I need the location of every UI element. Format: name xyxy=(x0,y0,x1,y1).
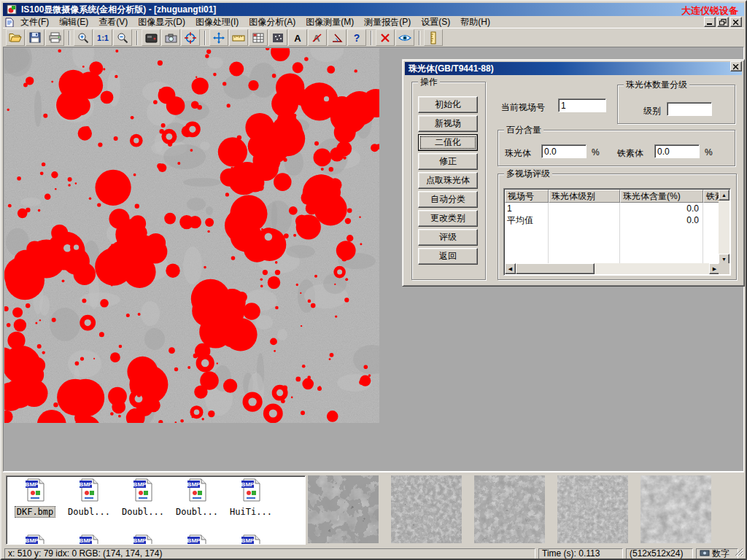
file-item[interactable]: BMPHuiTi... xyxy=(224,478,278,518)
bmp-file-icon[interactable]: BMP xyxy=(241,534,261,545)
image-thumbnail[interactable] xyxy=(640,475,711,543)
workspace: 珠光体(GB/T9441-88) 操作 初始化新视场二值化修正点取珠光体自动分类… xyxy=(3,47,744,472)
bmp-file-icon[interactable]: BMP xyxy=(187,534,207,545)
op-button[interactable]: 评级 xyxy=(418,229,478,246)
column-header[interactable]: 珠光体级别 xyxy=(549,190,620,203)
image-thumbnail[interactable] xyxy=(308,475,379,543)
save-button[interactable] xyxy=(26,29,44,46)
file-item[interactable]: BMPDoubl... xyxy=(116,478,170,518)
thumbnail-strip xyxy=(308,475,711,543)
delete-red-icon xyxy=(380,33,390,43)
status-position-text: x: 510 y: 79 idx: 0 RGB: (174, 174, 174) xyxy=(8,549,162,559)
menu-item[interactable]: 查看(V) xyxy=(93,15,133,29)
ruler-v-button[interactable] xyxy=(424,29,443,46)
file-item[interactable]: BMPDoubl... xyxy=(170,478,224,518)
op-button[interactable]: 新视场 xyxy=(418,115,478,132)
target-button[interactable] xyxy=(181,29,200,46)
percent-group: 百分含量 xyxy=(498,130,735,166)
pearlite-percent-input[interactable] xyxy=(541,144,587,158)
target-icon xyxy=(185,32,196,44)
current-field-input[interactable] xyxy=(558,98,606,112)
bmp-file-icon[interactable]: BMP xyxy=(133,534,153,545)
column-header[interactable]: 珠光体含量(%) xyxy=(620,190,703,203)
text-a-off-icon: A xyxy=(311,33,323,43)
title-bar[interactable]: IS100显微摄像系统(金相分析版) - [zhuguangti01] 大连仪锐… xyxy=(3,3,744,16)
file-item[interactable]: BMPDKF.bmp xyxy=(8,478,62,518)
ferrite-percent-input[interactable] xyxy=(654,144,700,158)
table-vertical-scrollbar[interactable]: ▲ ▼ xyxy=(719,190,729,265)
measure-angle-button[interactable] xyxy=(328,29,347,46)
micrograph-image[interactable] xyxy=(4,48,379,423)
op-button[interactable]: 返回 xyxy=(418,248,478,265)
table-horizontal-scrollbar[interactable]: ◀ ▶ xyxy=(505,263,720,274)
menu-items: 文件(F)编辑(E)查看(V)图像显示(D)图像处理(I)图像分析(A)图像测量… xyxy=(15,15,495,29)
menu-item[interactable]: 图像处理(I) xyxy=(190,15,244,29)
zoom-in-icon xyxy=(77,32,89,44)
image-thumbnail[interactable] xyxy=(557,475,628,543)
file-list[interactable]: BMPDKF.bmpBMPDoubl...BMPDoubl...BMPDoubl… xyxy=(6,475,306,545)
scroll-up-button[interactable]: ▲ xyxy=(719,190,729,201)
zoom-out-button[interactable] xyxy=(113,29,132,46)
percent-group-label: 百分含量 xyxy=(504,125,543,135)
image-thumbnail[interactable] xyxy=(391,475,462,543)
op-button[interactable]: 初始化 xyxy=(418,96,478,113)
measure-grid-button[interactable] xyxy=(249,29,268,46)
menu-item[interactable]: 测量报告(P) xyxy=(359,15,416,29)
table-row[interactable]: 10.0 xyxy=(505,203,720,214)
dialog-close-button[interactable] xyxy=(730,61,742,71)
column-header[interactable]: 铁素体含量(%) xyxy=(703,190,720,203)
mdi-restore-button[interactable] xyxy=(717,17,729,27)
op-button[interactable]: 二值化 xyxy=(418,134,478,151)
table-row[interactable]: 平均值0.0 xyxy=(505,214,720,226)
column-divider xyxy=(548,203,549,265)
text-a-off-button[interactable]: A xyxy=(308,29,327,46)
bmp-file-icon[interactable]: BMP xyxy=(79,534,99,545)
menu-item[interactable]: 设置(S) xyxy=(416,15,455,29)
menu-item[interactable]: 图像测量(M) xyxy=(301,15,359,29)
level-input[interactable] xyxy=(667,102,712,116)
svg-text:?: ? xyxy=(354,32,360,43)
menu-item[interactable]: 编辑(E) xyxy=(54,15,93,29)
camera-mode-icon xyxy=(700,549,710,559)
measure-cross-button[interactable] xyxy=(209,29,228,46)
capture-button[interactable] xyxy=(142,29,160,46)
bmp-file-icon: BMP xyxy=(187,491,207,504)
eye-button[interactable] xyxy=(395,29,414,46)
ruler-v-icon xyxy=(430,31,437,44)
op-button[interactable]: 点取珠光体 xyxy=(418,172,478,189)
close-icon xyxy=(733,60,739,73)
menu-item[interactable]: 文件(F) xyxy=(15,15,54,29)
resize-grip[interactable] xyxy=(735,547,744,560)
op-button[interactable]: 自动分类 xyxy=(418,191,478,208)
column-divider xyxy=(703,203,703,265)
scroll-left-button[interactable]: ◀ xyxy=(505,263,516,274)
open-button[interactable] xyxy=(6,29,25,46)
current-field-label: 当前视场号 xyxy=(501,101,545,114)
measure-ruler-button[interactable] xyxy=(229,29,248,46)
measure-cross-icon xyxy=(213,32,225,44)
micrograph-svg xyxy=(4,48,379,423)
print-button[interactable] xyxy=(45,29,64,46)
bmp-file-icon[interactable]: BMP xyxy=(25,534,45,545)
text-a-button[interactable]: A xyxy=(288,29,307,46)
zoom-in-button[interactable] xyxy=(74,29,93,46)
menu-item[interactable]: 图像显示(D) xyxy=(133,15,190,29)
scrollbar-thumb[interactable] xyxy=(516,263,595,274)
op-button[interactable]: 更改类别 xyxy=(418,210,478,227)
op-button[interactable]: 修正 xyxy=(418,153,478,170)
dialog-title-bar[interactable]: 珠光体(GB/T9441-88) xyxy=(405,62,742,75)
file-item[interactable]: BMPDoubl... xyxy=(62,478,116,518)
menu-item[interactable]: 帮助(H) xyxy=(455,15,495,29)
actual-size-button[interactable]: 1:1 xyxy=(93,29,112,46)
image-thumbnail[interactable] xyxy=(474,475,545,543)
column-header[interactable]: 视场号 xyxy=(505,190,549,203)
mdi-close-button[interactable] xyxy=(730,17,742,27)
file-name: Doubl... xyxy=(174,507,220,517)
help-button[interactable]: ? xyxy=(347,29,366,46)
camera-button[interactable] xyxy=(161,29,180,46)
toolbar: 1:1AA? xyxy=(3,28,744,47)
delete-red-button[interactable] xyxy=(376,29,395,46)
measure-pattern-button[interactable] xyxy=(268,29,287,46)
mdi-minimize-button[interactable] xyxy=(704,17,716,27)
menu-item[interactable]: 图像分析(A) xyxy=(244,15,301,29)
